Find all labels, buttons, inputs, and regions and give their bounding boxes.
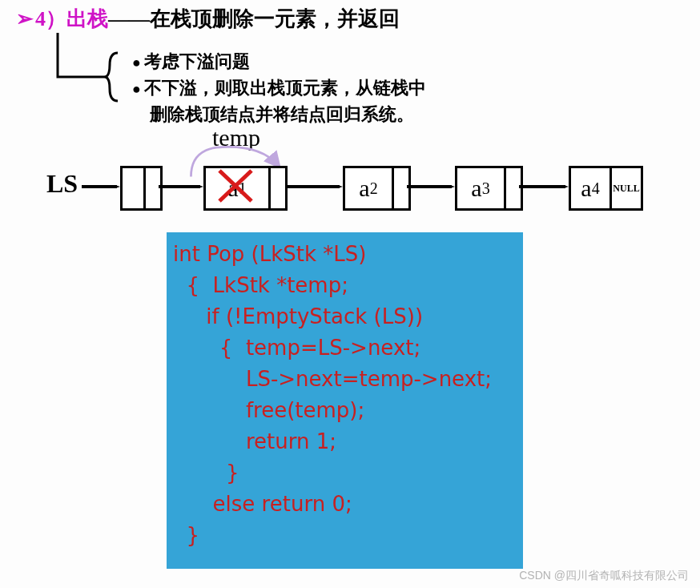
title-bullet: ➢ [16, 7, 34, 30]
arrow-icon [407, 185, 455, 188]
arrow-icon [285, 185, 343, 188]
arrow-icon [82, 185, 120, 188]
node-a4: a4 NULL [569, 166, 643, 211]
linked-stack-diagram: temp LS a1 a2 a3 [0, 124, 700, 220]
title-op: 出栈 [66, 7, 108, 30]
null-label: NULL [609, 168, 641, 208]
cross-out-icon [215, 166, 263, 206]
code-text: int Pop (LkStk *LS) { LkStk *temp; if (!… [173, 239, 517, 551]
ls-label: LS [46, 169, 78, 199]
bracket-icon [50, 29, 130, 109]
head-node [120, 166, 163, 211]
code-box: int Pop (LkStk *LS) { LkStk *temp; if (!… [167, 232, 523, 569]
watermark: CSDN @四川省奇呱科技有限公司 [519, 569, 689, 583]
point-1: 考虑下溢问题 [132, 48, 426, 75]
title-number: 4） [35, 7, 66, 30]
node-a2: a2 [343, 166, 411, 211]
node-a3: a3 [455, 166, 523, 211]
title-rest: ——在栈顶删除一元素，并返回 [108, 7, 400, 30]
bullet-points: 考虑下溢问题 不下溢，则取出栈顶元素，从链栈中 删除栈顶结点并将结点回归系统。 [132, 48, 426, 127]
point-2-line1: 不下溢，则取出栈顶元素，从链栈中 [132, 75, 426, 101]
arrow-icon [519, 185, 569, 188]
arrow-icon [159, 185, 203, 188]
